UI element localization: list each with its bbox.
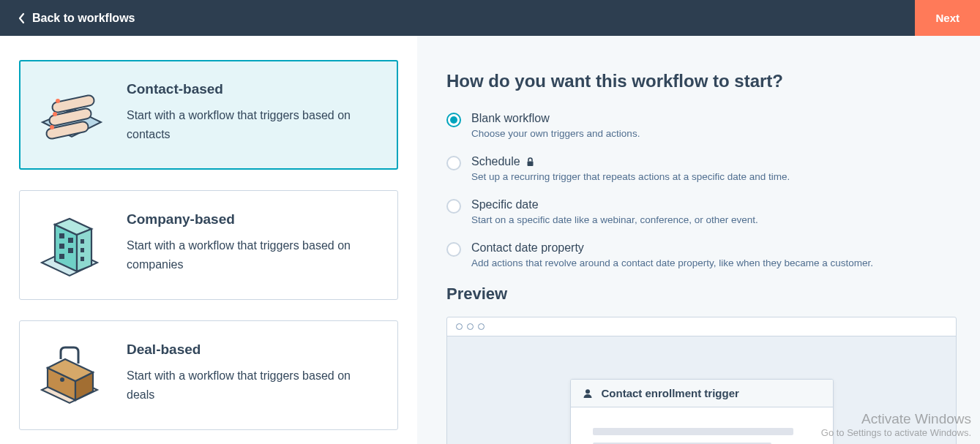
browser-dot-icon [478,323,485,330]
card-body: Company-based Start with a workflow that… [127,211,375,274]
svg-point-4 [53,112,57,116]
svg-point-5 [50,125,54,129]
deals-icon [33,342,106,409]
radio-desc: Choose your own triggers and actions. [471,128,957,139]
start-heading: How do you want this workflow to start? [446,71,957,91]
radio-label: Specific date [471,198,957,211]
svg-rect-10 [59,254,64,259]
svg-rect-8 [59,244,64,249]
lock-icon [526,157,534,167]
workflow-type-list[interactable]: Contact-based Start with a workflow that… [0,36,417,444]
radio-icon [446,156,461,170]
radio-desc: Set up a recurring trigger that repeats … [471,171,957,182]
radio-body: Contact date property Add actions that r… [471,241,957,268]
card-title: Contact-based [127,81,375,97]
preview-box: Contact enrollment trigger [446,317,957,444]
svg-rect-13 [81,257,84,261]
svg-rect-11 [81,239,84,244]
svg-rect-6 [59,233,64,238]
radio-label: Contact date property [471,241,957,255]
companies-icon [33,211,106,279]
option-schedule[interactable]: Schedule Set up a recurring trigger that… [446,155,957,182]
right-panel: How do you want this workflow to start? … [417,36,980,444]
radio-icon [446,242,461,257]
option-contact-date-property[interactable]: Contact date property Add actions that r… [446,241,957,268]
radio-label: Schedule [471,155,957,168]
svg-rect-7 [68,238,73,243]
radio-icon [446,199,461,214]
radio-label-text: Blank workflow [471,112,550,125]
trigger-card-body [571,407,833,444]
svg-point-3 [56,99,60,103]
option-specific-date[interactable]: Specific date Start on a specific date l… [446,198,957,225]
card-body: Contact-based Start with a workflow that… [127,81,375,143]
card-company-based[interactable]: Company-based Start with a workflow that… [19,190,398,300]
option-blank-workflow[interactable]: Blank workflow Choose your own triggers … [446,112,957,139]
preview-browser-dots [447,317,956,336]
card-title: Deal-based [127,342,375,358]
chevron-left-icon [18,12,25,24]
card-desc: Start with a workflow that triggers base… [127,366,375,404]
svg-point-16 [586,389,590,394]
browser-dot-icon [467,323,474,330]
radio-label-text: Schedule [471,155,520,168]
radio-body: Blank workflow Choose your own triggers … [471,112,957,139]
trigger-card-header: Contact enrollment trigger [571,380,833,407]
back-to-workflows-link[interactable]: Back to workflows [18,12,135,25]
radio-label-text: Contact date property [471,241,584,255]
page-header: Back to workflows Next [0,0,980,36]
radio-label-text: Specific date [471,198,539,211]
back-label: Back to workflows [32,12,135,25]
svg-point-14 [60,377,64,382]
browser-dot-icon [456,323,463,330]
next-button[interactable]: Next [915,0,980,36]
svg-rect-9 [68,248,73,253]
content: Contact-based Start with a workflow that… [0,36,980,444]
card-desc: Start with a workflow that triggers base… [127,106,375,143]
preview-canvas: Contact enrollment trigger [447,336,956,444]
radio-body: Specific date Start on a specific date l… [471,198,957,225]
trigger-card: Contact enrollment trigger [570,379,834,444]
preview-heading: Preview [446,285,957,304]
placeholder-line [593,428,793,435]
radio-desc: Add actions that revolve around a contac… [471,257,957,268]
card-deal-based[interactable]: Deal-based Start with a workflow that tr… [19,320,398,430]
card-desc: Start with a workflow that triggers base… [127,236,375,274]
radio-body: Schedule Set up a recurring trigger that… [471,155,957,182]
radio-label: Blank workflow [471,112,957,125]
radio-desc: Start on a specific date like a webinar,… [471,214,957,225]
radio-icon [446,113,461,127]
card-contact-based[interactable]: Contact-based Start with a workflow that… [19,60,398,170]
svg-rect-12 [81,248,84,252]
person-icon [583,388,593,399]
svg-rect-15 [527,161,533,166]
card-title: Company-based [127,211,375,227]
trigger-title: Contact enrollment trigger [602,387,739,399]
contacts-icon [33,81,106,148]
card-body: Deal-based Start with a workflow that tr… [127,342,375,404]
